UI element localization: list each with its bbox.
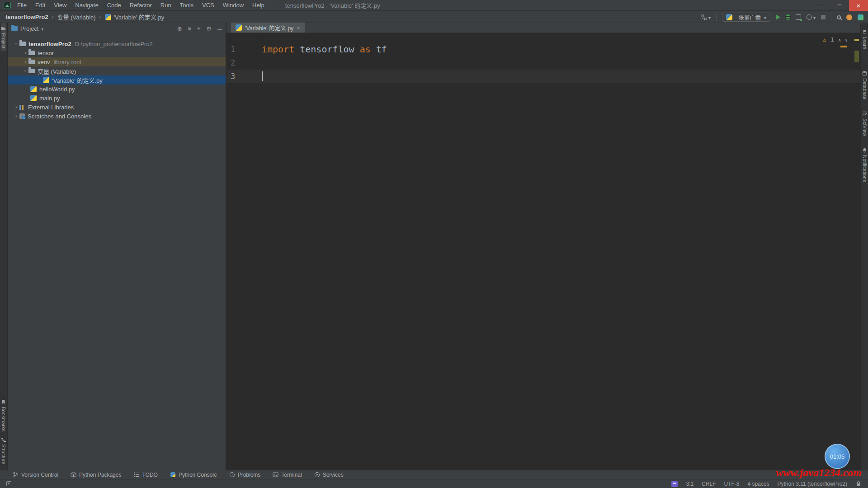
database-icon (862, 71, 867, 76)
menu-file[interactable]: File (17, 2, 27, 9)
menu-refactor[interactable]: Refactor (130, 2, 152, 9)
tool-button-version-control[interactable]: Version Control (13, 472, 58, 478)
update-notification-icon[interactable] (846, 14, 852, 20)
python-interpreter[interactable]: Python 3.11 (tensorflowPro2) (777, 481, 847, 487)
chevron-right-icon[interactable] (22, 59, 28, 65)
tree-item-variable-folder[interactable]: 变量 (Variable) (8, 66, 226, 75)
locate-file-icon[interactable] (177, 25, 182, 32)
menu-code[interactable]: Code (107, 2, 121, 9)
gutter-separator (257, 33, 257, 470)
close-button[interactable] (849, 0, 868, 11)
menu-run[interactable]: Run (160, 2, 171, 9)
editor-tab-active[interactable]: 'Variable' 的定义.py (231, 23, 305, 33)
toolbar-divider (831, 14, 831, 21)
watermark-url: www.java1234.com (776, 467, 862, 479)
tool-button-todo[interactable]: TODO (133, 472, 157, 478)
breadcrumb-folder[interactable]: 变量 (Variable) (57, 13, 96, 21)
tree-item-venv[interactable]: venv library root (8, 57, 226, 66)
scrollbar-thumb[interactable] (854, 51, 859, 62)
caret-position[interactable]: 3:1 (686, 481, 693, 487)
tool-button-sciview[interactable]: SciView (862, 108, 868, 139)
chevron-down-icon (764, 14, 766, 21)
editor-tab-label: 'Variable' 的定义.py (245, 23, 293, 32)
plugin-icon[interactable] (858, 14, 863, 20)
breadcrumb-file[interactable]: 'Variable' 的定义.py (114, 13, 165, 21)
tool-button-label: Learn (862, 37, 868, 49)
chevron-down-icon[interactable] (41, 25, 43, 32)
chevron-right-icon[interactable] (22, 50, 28, 56)
menu-help[interactable]: Help (252, 2, 264, 9)
run-configuration-select[interactable]: 张量广播 (722, 13, 770, 22)
line-ending[interactable]: CRLF (702, 481, 716, 487)
run-button[interactable] (776, 14, 780, 20)
tree-item-tensor[interactable]: tensor (8, 48, 226, 57)
chevron-right-icon[interactable] (13, 104, 19, 110)
gear-icon[interactable] (206, 25, 212, 32)
tool-button-bookmarks[interactable]: Bookmarks (1, 397, 6, 434)
tree-item-external-libraries[interactable]: External Libraries (8, 103, 226, 112)
indent-setting[interactable]: 4 spaces (747, 481, 769, 487)
editor-tab-bar: 'Variable' 的定义.py (226, 23, 860, 33)
sciview-icon (862, 111, 867, 116)
tool-button-python-packages[interactable]: Python Packages (71, 472, 121, 478)
project-tree: tensorflowPro2 D:\python_pro\tensorflowP… (8, 34, 226, 121)
tool-button-label: Python Console (179, 472, 217, 478)
menu-tools[interactable]: Tools (180, 2, 193, 9)
search-everywhere-icon[interactable] (837, 15, 841, 19)
tool-button-label: Terminal (281, 472, 302, 478)
plugin-status-icon[interactable] (671, 481, 678, 487)
inspections-widget[interactable]: 1 (823, 36, 848, 43)
coverage-button[interactable] (796, 14, 801, 20)
project-panel-title[interactable]: Project (20, 25, 38, 32)
tool-button-structure[interactable]: Structure (1, 434, 6, 467)
tree-item-scratches[interactable]: Scratches and Consoles (8, 112, 226, 121)
menu-edit[interactable]: Edit (35, 2, 45, 9)
tree-item-variable-file[interactable]: 'Variable' 的定义.py (8, 75, 226, 84)
menu-navigate[interactable]: Navigate (75, 2, 98, 9)
lock-icon[interactable] (855, 481, 862, 487)
hide-panel-icon[interactable] (217, 25, 222, 32)
expand-all-icon[interactable] (188, 25, 192, 32)
breadcrumb-project[interactable]: tensorflowPro2 (5, 14, 48, 20)
maximize-button[interactable] (830, 0, 849, 11)
tool-button-problems[interactable]: Problems (229, 472, 261, 478)
tool-window-switcher-icon[interactable] (6, 481, 11, 486)
chevron-right-icon[interactable] (13, 113, 19, 119)
tree-item-label: 'Variable' 的定义.py (52, 76, 103, 84)
minimize-button[interactable] (811, 0, 830, 11)
tool-button-services[interactable]: Services (314, 472, 344, 478)
bell-icon (862, 148, 867, 153)
tool-button-project[interactable]: Project (1, 23, 6, 51)
tool-button-python-console[interactable]: Python Console (170, 472, 217, 478)
chevron-down-icon[interactable] (13, 41, 19, 47)
vcs-commit-button[interactable] (701, 14, 711, 21)
tool-button-label: Version Control (21, 472, 58, 478)
services-icon (314, 472, 320, 478)
next-problem-icon[interactable] (845, 36, 848, 43)
menu-view[interactable]: View (54, 2, 66, 9)
menu-window[interactable]: Window (223, 2, 244, 9)
close-tab-icon[interactable] (297, 24, 300, 31)
file-encoding[interactable]: UTF-8 (724, 481, 739, 487)
module-name: tensorflow (300, 44, 354, 55)
tool-button-terminal[interactable]: Terminal (273, 472, 302, 478)
project-view-icon (11, 26, 18, 31)
prev-problem-icon[interactable] (838, 36, 841, 43)
collapse-all-icon[interactable] (197, 25, 200, 32)
menu-vcs[interactable]: VCS (202, 2, 214, 9)
tree-item-helloworld[interactable]: helloWorld.py (8, 84, 226, 94)
profiler-button[interactable] (807, 14, 816, 21)
folder-icon (28, 51, 35, 55)
tree-item-hint: D:\python_pro\tensorflowPro2 (75, 41, 153, 47)
tool-button-notifications[interactable]: Notifications (862, 145, 868, 185)
line-number: 1 (231, 42, 235, 56)
tree-item-root[interactable]: tensorflowPro2 D:\python_pro\tensorflowP… (8, 39, 226, 48)
tool-button-database[interactable]: Database (862, 68, 868, 102)
debug-button[interactable] (786, 14, 790, 20)
tool-button-learn[interactable]: Learn (862, 27, 868, 52)
code-editor[interactable]: 1 importtensorflowastf 2 3 1 (226, 33, 860, 470)
tool-window-bar: Version Control Python Packages TODO Pyt… (0, 470, 868, 479)
chevron-down-icon[interactable] (22, 68, 28, 74)
folder-icon (28, 60, 35, 64)
tree-item-main[interactable]: main.py (8, 94, 226, 103)
